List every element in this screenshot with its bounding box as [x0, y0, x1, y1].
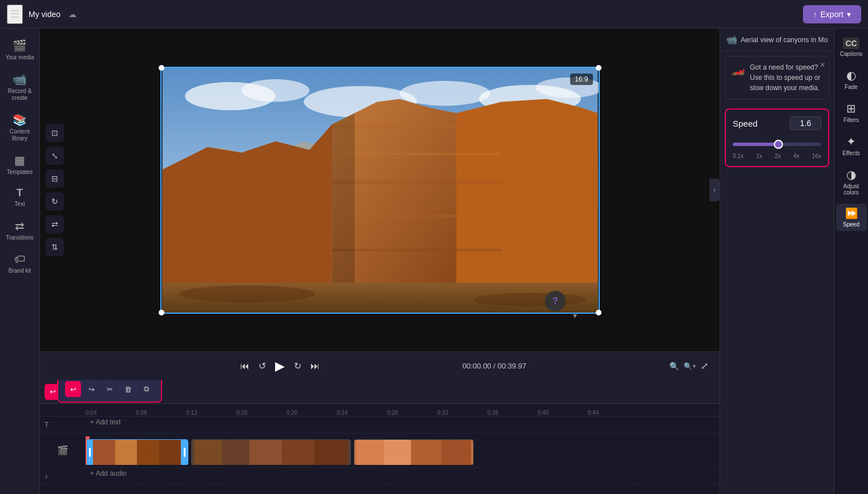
export-chevron-icon: ▾: [847, 10, 851, 19]
undo-tooltip-buttons: ↩ ↪ ✂ 🗑 ⧉: [65, 381, 154, 397]
right-btn-speed[interactable]: ⏩ Speed: [836, 204, 867, 231]
svg-point-19: [473, 293, 586, 306]
sidebar-item-label-templates: Templates: [7, 169, 33, 176]
crop-button[interactable]: ⤡: [46, 147, 64, 165]
right-btn-captions[interactable]: CC Captions: [836, 34, 867, 60]
handle-top-left[interactable]: [159, 65, 164, 71]
sidebar-item-record-create[interactable]: 📹 Record &create: [2, 68, 38, 106]
tooltip-copy-button[interactable]: ⧉: [138, 381, 154, 397]
handle-top-right[interactable]: [596, 65, 601, 71]
svg-rect-30: [315, 440, 348, 465]
sidebar-item-brand-kit[interactable]: 🏷 Brand kit: [2, 248, 38, 279]
fit-screen-button[interactable]: ⊡: [46, 124, 64, 142]
help-button[interactable]: ?: [545, 291, 566, 311]
sidebar-item-label-brand-kit: Brand kit: [9, 268, 31, 274]
tooltip-scissors-button[interactable]: ✂: [102, 381, 118, 397]
speed-value-input[interactable]: [790, 116, 821, 130]
ruler-tick-0: 0:04: [86, 410, 136, 416]
record-create-icon: 📹: [13, 72, 27, 86]
speed-ticks: 0.1x 1x 2x 4x 16x: [733, 153, 821, 159]
speed-slider[interactable]: [733, 143, 821, 146]
clip-segment-2[interactable]: [191, 439, 351, 465]
sidebar-item-text[interactable]: T Text: [2, 183, 38, 212]
right-btn-filters[interactable]: ⊞ Filters: [836, 98, 867, 127]
menu-button[interactable]: ☰: [7, 5, 23, 24]
svg-point-4: [399, 80, 490, 106]
panel-collapse-down[interactable]: ▾: [573, 311, 577, 320]
svg-point-2: [241, 79, 309, 102]
undo-tooltip: Undo ⌘ Z ↩ ↪ ✂ 🗑 ⧉: [57, 380, 162, 403]
svg-rect-14: [332, 214, 501, 217]
speed-slider-container: [733, 138, 821, 148]
flip-h-button[interactable]: ⇄: [46, 215, 64, 233]
rotate-button[interactable]: ↻: [46, 192, 64, 210]
expand-timeline-button[interactable]: ⤢: [701, 361, 708, 371]
brand-kit-icon: 🏷: [14, 253, 26, 266]
left-sidebar: 🎬 Your media 📹 Record &create 📚 Contentl…: [0, 29, 40, 494]
svg-marker-9: [456, 99, 597, 313]
handle-bottom-left[interactable]: [159, 310, 164, 315]
collapse-panel-arrow[interactable]: ›: [709, 179, 720, 201]
speed-info-close-button[interactable]: ×: [820, 60, 825, 70]
svg-rect-23: [137, 440, 159, 465]
right-btn-fade[interactable]: ◐ Fade: [836, 65, 867, 94]
sidebar-item-content-library[interactable]: 📚 Contentlibrary: [2, 108, 38, 147]
media-title-text: Aerial view of canyons in Monu...: [741, 36, 828, 44]
timeline-area: ↩ ↪ ✂ 🗑 ⧉ Undo ⌘ Z ↩ ↪ ✂ 🗑 ⧉: [40, 380, 720, 494]
speed-tick-3: 4x: [793, 153, 800, 159]
captions-icon: CC: [843, 38, 859, 49]
adjust-colors-label: Adjustcolors: [843, 183, 859, 196]
project-title[interactable]: My video: [29, 10, 60, 19]
speed-tick-1: 1x: [756, 153, 762, 159]
audio-track-label: ♪: [40, 472, 86, 480]
svg-rect-11: [332, 124, 501, 128]
svg-rect-26: [195, 440, 222, 465]
ruler-tick-7: 0:32: [437, 410, 487, 416]
export-button[interactable]: ↑ Export ▾: [803, 5, 861, 23]
zoom-in-button[interactable]: 🔍+: [684, 362, 696, 370]
handle-bottom-right[interactable]: [596, 310, 601, 315]
ruler-tick-2: 0:12: [186, 410, 236, 416]
audio-track-content[interactable]: + Add audio: [86, 468, 720, 484]
add-text-button[interactable]: + Add text: [86, 418, 126, 426]
main-area: 🎬 Your media 📹 Record &create 📚 Contentl…: [0, 29, 868, 494]
skip-to-end-button[interactable]: ⏭: [310, 361, 320, 371]
fade-label: Fade: [845, 84, 858, 90]
right-btn-adjust-colors[interactable]: ◑ Adjustcolors: [836, 164, 867, 199]
sidebar-item-templates[interactable]: ▦ Templates: [2, 149, 38, 180]
text-track-icon: T: [45, 421, 49, 429]
add-audio-button[interactable]: + Add audio: [86, 469, 131, 477]
right-panel: 📹 Aerial view of canyons in Monu... × 🏎️…: [720, 29, 834, 494]
adjust-colors-icon: ◑: [846, 168, 856, 181]
play-pause-button[interactable]: ▶: [275, 359, 285, 374]
rewind-button[interactable]: ↺: [259, 361, 266, 371]
speed-info-emoji: 🏎️: [731, 62, 745, 76]
text-track-row: T + Add text: [40, 416, 720, 434]
export-upload-icon: ↑: [813, 10, 817, 19]
video-canvas: 16:9: [160, 67, 600, 314]
zoom-out-button[interactable]: 🔍: [669, 362, 679, 371]
clip-segment-3[interactable]: [354, 439, 474, 465]
ruler-tick-1: 0:08: [136, 410, 186, 416]
fast-forward-button[interactable]: ↻: [294, 361, 301, 371]
tooltip-delete-button[interactable]: 🗑: [120, 381, 136, 397]
speed-info-card: × 🏎️ Got a need for speed? Use this to s…: [725, 56, 829, 99]
clip-handle-right-1[interactable]: [181, 440, 188, 465]
right-btn-effects[interactable]: ✦ Effects: [836, 131, 867, 160]
tooltip-undo-button[interactable]: ↩: [65, 381, 81, 397]
text-track-content[interactable]: + Add text: [86, 416, 720, 433]
clip-segment-1[interactable]: [86, 439, 188, 465]
skip-to-start-button[interactable]: ⏮: [240, 361, 249, 371]
clip-handle-left-1[interactable]: [86, 440, 93, 465]
tooltip-redo-button[interactable]: ↪: [83, 381, 99, 397]
sidebar-item-transitions[interactable]: ⇄ Transitions: [2, 214, 38, 246]
right-icon-bar: CC Captions ◐ Fade ⊞ Filters ✦ Effects ◑…: [834, 29, 868, 494]
sidebar-item-your-media[interactable]: 🎬 Your media: [2, 34, 38, 66]
remove-bg-button[interactable]: ⊟: [46, 169, 64, 188]
ruler-tick-8: 0:36: [487, 410, 538, 416]
flip-v-button[interactable]: ⇅: [46, 238, 64, 256]
video-track-content[interactable]: [86, 436, 720, 465]
zoom-controls: 🔍 🔍+ ⤢: [669, 361, 708, 371]
speed-tick-0: 0.1x: [733, 153, 744, 159]
video-track-row: 🎬: [40, 434, 720, 468]
